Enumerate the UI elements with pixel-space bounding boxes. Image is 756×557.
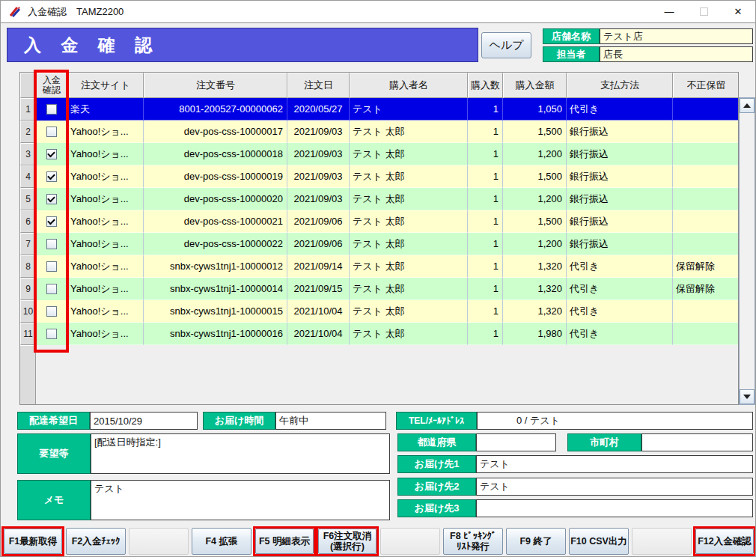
fkey-button-f5[interactable]: F5 明細表示: [255, 529, 314, 554]
cell-buyer: テスト: [350, 98, 468, 121]
row-number: 5: [20, 188, 36, 210]
fkey-button-f8[interactable]: F8 ﾋﾟｯｷﾝｸﾞﾘｽﾄ発行: [443, 528, 503, 555]
fkey-slot-11: [630, 526, 693, 556]
table-row[interactable]: 4Yahoo!ショ...dev-pos-css-100000192021/09/…: [20, 165, 739, 188]
row-checkbox[interactable]: [46, 216, 57, 227]
fkey-button-f1[interactable]: F1最新取得: [4, 529, 62, 554]
cell-payment: 代引き: [567, 300, 673, 323]
fkey-button-f10[interactable]: F10 CSV出力: [569, 528, 629, 555]
fkey-button-f4[interactable]: F4 拡張: [192, 528, 252, 555]
checkbox-cell: [36, 210, 67, 233]
fkey-button-f3: [129, 528, 189, 555]
memo-field[interactable]: テスト: [91, 480, 390, 520]
function-key-bar: F1最新取得F2入金ﾁｪｯｸF4 拡張F5 明細表示F6注文取消(選択行)F8 …: [1, 526, 756, 556]
table-row[interactable]: 8Yahoo!ショ...snbx-cyws1tnj1-100000122021/…: [20, 255, 739, 278]
fkey-button-f12[interactable]: F12入金確認: [695, 529, 754, 554]
fkey-button-f11: [632, 528, 692, 555]
table-row[interactable]: 3Yahoo!ショ...dev-pos-css-100000182021/09/…: [20, 143, 739, 165]
address3-label: お届け先3: [397, 499, 476, 517]
table-row[interactable]: 5Yahoo!ショ...dev-pos-css-100000202021/09/…: [20, 188, 739, 210]
table-row[interactable]: 2Yahoo!ショ...dev-pos-css-100000172021/09/…: [20, 121, 739, 143]
delivery-time-label: お届け時間: [203, 412, 275, 430]
cell-buyer: テスト 太郎: [350, 121, 468, 143]
help-button[interactable]: ヘルプ: [481, 32, 531, 58]
store-name-field[interactable]: テスト店: [600, 28, 753, 44]
row-checkbox[interactable]: [46, 239, 57, 249]
request-field[interactable]: [配送日時指定:]: [91, 433, 390, 474]
row-number: 11: [20, 323, 36, 345]
page-title: 入 金 確 認: [7, 28, 478, 62]
cell-qty: 1: [468, 188, 503, 210]
table-row[interactable]: 11Yahoo!ショ...snbx-cyws1tnj1-100000162021…: [20, 323, 739, 345]
row-checkbox[interactable]: [46, 171, 57, 182]
row-checkbox[interactable]: [46, 306, 57, 317]
cell-hold: [673, 121, 739, 143]
column-header: 購入金額: [503, 73, 567, 98]
scroll-down-button[interactable]: [740, 389, 755, 404]
cell-site: Yahoo!ショ...: [67, 121, 144, 143]
row-checkbox[interactable]: [46, 284, 57, 294]
fkey-button-f7: [380, 528, 440, 555]
address3-field[interactable]: [476, 499, 753, 517]
cell-site: Yahoo!ショ...: [67, 143, 144, 165]
checkbox-cell: [36, 323, 67, 345]
request-label: 要望等: [17, 433, 91, 474]
cell-payment: 銀行振込: [567, 143, 673, 165]
cell-order_no: snbx-cyws1tnj1-10000015: [144, 300, 287, 323]
row-checkbox[interactable]: [46, 194, 57, 204]
minimize-button[interactable]: —: [652, 1, 686, 22]
cell-buyer: テスト 太郎: [350, 323, 468, 345]
delivery-date-field[interactable]: 2015/10/29: [90, 412, 198, 430]
staff-field[interactable]: 店長: [600, 46, 753, 62]
highlight-box-fkey-12: F12入金確認: [693, 526, 756, 556]
row-checkbox[interactable]: [46, 127, 57, 137]
row-number: 9: [20, 278, 36, 300]
address2-field[interactable]: テスト: [476, 478, 753, 496]
fkey-slot-8: F8 ﾋﾟｯｷﾝｸﾞﾘｽﾄ発行: [442, 526, 504, 556]
cell-payment: 代引き: [567, 278, 673, 300]
prefecture-field[interactable]: [476, 433, 556, 451]
cell-date: 2021/09/14: [287, 255, 350, 278]
cell-hold: [673, 323, 739, 345]
column-header: 注文番号: [144, 73, 287, 98]
maximize-button[interactable]: [686, 1, 721, 22]
scroll-up-button[interactable]: [740, 98, 755, 113]
cell-hold: [673, 210, 739, 233]
cell-amount: 1,500: [503, 165, 567, 188]
row-number-column-stub: [20, 345, 36, 405]
table-row[interactable]: 9Yahoo!ショ...snbx-cyws1tnj1-100000142021/…: [20, 278, 739, 300]
cell-date: 2021/10/04: [287, 300, 350, 323]
app-window: 入金確認 TAMZ2200 — ✕ 入 金 確 認 ヘルプ 店舗名称 テスト店 …: [0, 0, 756, 557]
fkey-button-f9[interactable]: F9 終了: [506, 528, 566, 555]
cell-qty: 1: [468, 300, 503, 323]
row-checkbox[interactable]: [46, 261, 57, 272]
delivery-time-field[interactable]: 午前中: [275, 412, 386, 430]
table-row[interactable]: 10Yahoo!ショ...snbx-cyws1tnj1-100000152021…: [20, 300, 739, 323]
cell-hold: [673, 233, 739, 255]
vertical-scrollbar[interactable]: [739, 97, 755, 405]
tel-mail-field[interactable]: 0 / テスト: [477, 412, 753, 430]
city-field[interactable]: [641, 433, 753, 451]
window-title: 入金確認 TAMZ2200: [28, 5, 124, 19]
close-button[interactable]: ✕: [721, 1, 755, 22]
fkey-button-f6[interactable]: F6注文取消(選択行): [318, 529, 377, 554]
fkey-slot-4: F4 拡張: [190, 526, 253, 556]
address1-field[interactable]: テスト: [476, 455, 753, 473]
address2-label: お届け先2: [397, 478, 476, 496]
table-row[interactable]: 1楽天8001-200527-000000622020/05/27テスト11,0…: [20, 98, 739, 121]
title-bar: 入金確認 TAMZ2200 — ✕: [1, 1, 755, 23]
order-table-rows: 1楽天8001-200527-000000622020/05/27テスト11,0…: [20, 98, 738, 345]
cell-qty: 1: [468, 233, 503, 255]
cell-date: 2020/05/27: [287, 98, 350, 121]
fkey-button-f2[interactable]: F2入金ﾁｪｯｸ: [66, 528, 126, 555]
table-row[interactable]: 6Yahoo!ショ...dev-pos-css-100000212021/09/…: [20, 210, 739, 233]
highlight-box-fkey-6: F6注文取消(選択行): [316, 526, 379, 556]
table-row[interactable]: 7Yahoo!ショ...dev-pos-css-100000222021/09/…: [20, 233, 739, 255]
row-checkbox[interactable]: [46, 104, 57, 115]
row-number: 7: [20, 233, 36, 255]
cell-amount: 1,320: [503, 278, 567, 300]
row-checkbox[interactable]: [46, 149, 57, 159]
column-header: 注文サイト: [67, 73, 144, 98]
row-checkbox[interactable]: [46, 329, 57, 339]
address1-label: お届け先1: [397, 455, 476, 473]
